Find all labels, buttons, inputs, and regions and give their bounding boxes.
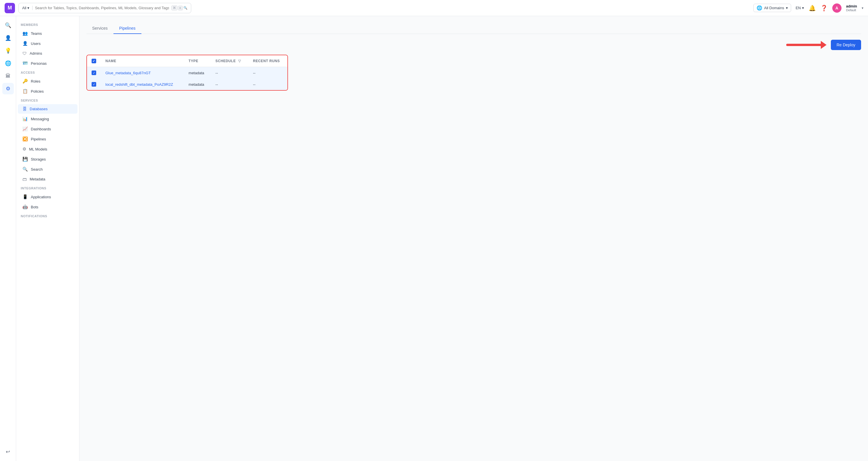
sidebar-item-roles[interactable]: 🔑 Roles xyxy=(18,76,78,86)
pipelines-table: ✓ NAME TYPE SCHEDULE ▽ xyxy=(87,55,287,90)
sidebar-item-ml-models[interactable]: ⚙ ML Models xyxy=(18,144,78,154)
services-section-label: Services xyxy=(16,96,79,104)
policies-icon: 📋 xyxy=(23,89,28,94)
arrow-indicator xyxy=(786,41,827,49)
applications-icon: 📱 xyxy=(23,194,28,199)
sidebar-item-databases[interactable]: 🗄 Databases xyxy=(18,104,78,114)
table-row: ✓ local_redshift_dbt_metadata_PoAZ9R2Z m… xyxy=(87,78,287,90)
main-container: 🔍 👤 💡 🌐 🏛 ⚙ ↩ Members 👥 Teams 👤 Users 🛡 … xyxy=(0,16,868,461)
sidebar-item-pipelines[interactable]: 🔀 Pipelines xyxy=(18,134,78,144)
col-type: TYPE xyxy=(184,55,211,67)
admins-icon: 🛡 xyxy=(23,51,27,56)
table-header-row: ✓ NAME TYPE SCHEDULE ▽ xyxy=(87,55,287,67)
select-all-cell: ✓ xyxy=(87,55,101,67)
avatar: A xyxy=(832,3,841,13)
row2-type: metadata xyxy=(184,78,211,90)
arrow-head xyxy=(821,41,827,49)
personas-icon: 🪪 xyxy=(23,61,28,66)
sidebar-item-applications[interactable]: 📱 Applications xyxy=(18,192,78,202)
sidebar-globe-btn[interactable]: 🌐 xyxy=(2,58,14,69)
sidebar-item-bots[interactable]: 🤖 Bots xyxy=(18,202,78,212)
row1-checkbox[interactable]: ✓ xyxy=(92,70,96,75)
row1-schedule: -- xyxy=(211,67,248,79)
select-all-checkbox[interactable]: ✓ xyxy=(92,59,96,63)
sidebar-item-dashboards[interactable]: 📈 Dashboards xyxy=(18,124,78,134)
teams-icon: 👥 xyxy=(23,31,28,36)
sidebar-insights-btn[interactable]: 💡 xyxy=(2,45,14,56)
search-icon: 🔍 xyxy=(23,167,28,172)
members-section-label: Members xyxy=(16,21,79,28)
row1-name-link[interactable]: Glue_metadata_6qu87nGT xyxy=(105,71,151,75)
row1-checkbox-cell: ✓ xyxy=(87,67,101,79)
sidebar-nav: Members 👥 Teams 👤 Users 🛡 Admins 🪪 Perso… xyxy=(16,16,80,461)
users-icon: 👤 xyxy=(23,41,28,46)
sidebar-item-messaging[interactable]: 📊 Messaging xyxy=(18,114,78,124)
row1-type: metadata xyxy=(184,67,211,79)
access-section-label: Access xyxy=(16,68,79,76)
tab-services[interactable]: Services xyxy=(86,23,114,34)
sidebar-item-teams[interactable]: 👥 Teams xyxy=(18,29,78,38)
col-recent-runs: RECENT RUNS xyxy=(248,55,287,67)
col-schedule: SCHEDULE ▽ xyxy=(211,55,248,67)
app-logo[interactable]: M xyxy=(5,3,15,13)
sidebar-item-storages[interactable]: 💾 Storages xyxy=(18,154,78,164)
dashboards-icon: 📈 xyxy=(23,126,28,132)
row2-name: local_redshift_dbt_metadata_PoAZ9R2Z xyxy=(101,78,184,90)
pipelines-icon: 🔀 xyxy=(23,136,28,141)
roles-icon: 🔑 xyxy=(23,78,28,84)
user-dropdown-arrow[interactable]: ▾ xyxy=(862,6,863,10)
user-info: admin Default xyxy=(846,4,857,12)
row2-name-link[interactable]: local_redshift_dbt_metadata_PoAZ9R2Z xyxy=(105,82,173,87)
sidebar-integrations-btn[interactable]: ⚙ xyxy=(2,83,14,94)
sidebar-item-admins[interactable]: 🛡 Admins xyxy=(18,48,78,58)
pipelines-table-container: ✓ NAME TYPE SCHEDULE ▽ xyxy=(86,55,288,91)
row2-checkbox-cell: ✓ xyxy=(87,78,101,90)
sidebar-item-search[interactable]: 🔍 Search xyxy=(18,164,78,174)
row1-recent-runs: -- xyxy=(248,67,287,79)
row2-recent-runs: -- xyxy=(248,78,287,90)
messaging-icon: 📊 xyxy=(23,116,28,122)
bots-icon: 🤖 xyxy=(23,204,28,209)
header-right: 🌐 All Domains ▾ EN ▾ 🔔 ❓ A admin Default… xyxy=(753,3,863,13)
integrations-section-label: Integrations xyxy=(16,184,79,192)
col-name: NAME xyxy=(101,55,184,67)
databases-icon: 🗄 xyxy=(23,106,27,111)
sidebar-item-personas[interactable]: 🪪 Personas xyxy=(18,58,78,68)
sidebar-users-btn[interactable]: 👤 xyxy=(2,32,14,44)
redeploy-button[interactable]: Re Deploy xyxy=(831,40,861,50)
notifications-section-label: Notifications xyxy=(16,212,79,220)
row2-checkbox[interactable]: ✓ xyxy=(92,82,96,87)
storages-icon: 💾 xyxy=(23,157,28,162)
notifications-bell-icon[interactable]: 🔔 xyxy=(809,5,816,11)
sidebar-icons: 🔍 👤 💡 🌐 🏛 ⚙ ↩ xyxy=(0,16,16,461)
tab-pipelines[interactable]: Pipelines xyxy=(114,23,142,34)
search-filter-dropdown[interactable]: All ▾ xyxy=(22,6,33,10)
main-content: Services Pipelines Re Deploy ✓ xyxy=(80,16,868,461)
app-header: M All ▾ ⌘ K 🔍 🌐 All Domains ▾ EN ▾ 🔔 ❓ A… xyxy=(0,0,868,16)
domain-selector[interactable]: 🌐 All Domains ▾ xyxy=(753,4,791,12)
ml-models-icon: ⚙ xyxy=(23,146,26,152)
globe-icon: 🌐 xyxy=(756,5,762,11)
search-bar[interactable]: All ▾ ⌘ K 🔍 xyxy=(19,3,191,13)
sidebar-item-metadata[interactable]: 🗃 Metadata xyxy=(18,174,78,184)
metadata-icon: 🗃 xyxy=(23,177,27,182)
sidebar-governance-btn[interactable]: 🏛 xyxy=(2,70,14,82)
action-bar: Re Deploy xyxy=(86,40,861,50)
help-icon[interactable]: ❓ xyxy=(820,5,828,11)
sidebar-logout-btn[interactable]: ↩ xyxy=(2,446,14,458)
language-selector[interactable]: EN ▾ xyxy=(796,6,804,10)
arrow-shaft xyxy=(786,44,821,46)
row2-schedule: -- xyxy=(211,78,248,90)
sidebar-item-users[interactable]: 👤 Users xyxy=(18,39,78,48)
tabs: Services Pipelines xyxy=(86,23,861,34)
sidebar-item-policies[interactable]: 📋 Policies xyxy=(18,86,78,96)
search-input[interactable] xyxy=(35,6,169,10)
table-row: ✓ Glue_metadata_6qu87nGT metadata -- -- xyxy=(87,67,287,79)
search-keyboard-shortcut: ⌘ K 🔍 xyxy=(172,5,187,10)
schedule-filter-icon[interactable]: ▽ xyxy=(238,59,241,63)
sidebar-explore-btn[interactable]: 🔍 xyxy=(2,20,14,31)
row1-name: Glue_metadata_6qu87nGT xyxy=(101,67,184,79)
